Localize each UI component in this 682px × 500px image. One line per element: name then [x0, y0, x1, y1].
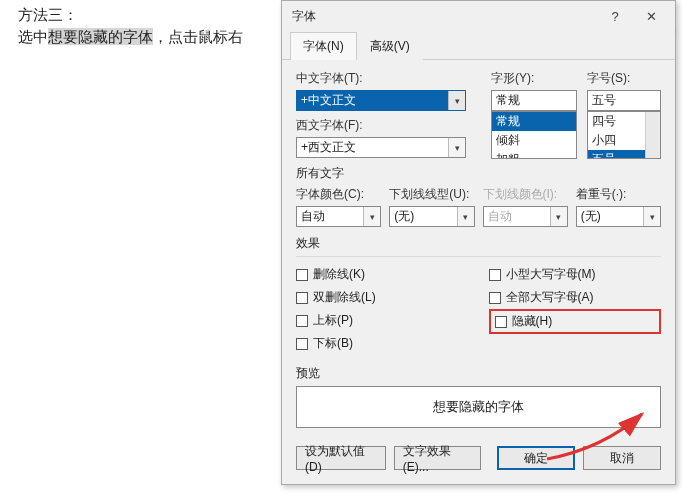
list-item[interactable]: 小四 [588, 131, 646, 150]
dialog-title: 字体 [292, 8, 597, 25]
chevron-down-icon: ▾ [550, 207, 567, 226]
preview-text: 想要隐藏的字体 [433, 398, 524, 416]
help-button[interactable]: ? [597, 3, 633, 29]
background-text: 方法三： 选中想要隐藏的字体，点击鼠标右 [18, 4, 243, 48]
chevron-down-icon: ▾ [363, 207, 380, 226]
checkbox-icon [495, 316, 507, 328]
font-dialog: 字体 ? ✕ 字体(N) 高级(V) 中文字体(T): +中文正文 ▾ 西文字体… [281, 0, 676, 485]
effects-label: 效果 [296, 235, 661, 252]
size-listbox[interactable]: 四号 小四 五号 [587, 111, 661, 159]
cancel-button[interactable]: 取消 [583, 446, 661, 470]
subscript-checkbox[interactable]: 下标(B) [296, 335, 469, 352]
close-button[interactable]: ✕ [633, 3, 669, 29]
smallcaps-checkbox[interactable]: 小型大写字母(M) [489, 266, 662, 283]
preview-box: 想要隐藏的字体 [296, 386, 661, 428]
hidden-checkbox[interactable]: 隐藏(H) [495, 313, 553, 330]
checkbox-icon [296, 292, 308, 304]
bg-line1: 方法三： [18, 4, 243, 26]
cjk-font-combo[interactable]: +中文正文 ▾ [296, 90, 466, 111]
double-strike-checkbox[interactable]: 双删除线(L) [296, 289, 469, 306]
tabstrip: 字体(N) 高级(V) [282, 31, 675, 60]
size-input[interactable]: 五号 [587, 90, 661, 111]
emphasis-label: 着重号(·): [576, 186, 661, 203]
tab-advanced[interactable]: 高级(V) [357, 32, 423, 60]
list-item[interactable]: 五号 [588, 150, 646, 159]
ok-button[interactable]: 确定 [497, 446, 575, 470]
checkbox-icon [296, 269, 308, 281]
allcaps-checkbox[interactable]: 全部大写字母(A) [489, 289, 662, 306]
list-item[interactable]: 倾斜 [492, 131, 576, 150]
titlebar: 字体 ? ✕ [282, 1, 675, 31]
style-listbox[interactable]: 常规 倾斜 加粗 [491, 111, 577, 159]
set-default-button[interactable]: 设为默认值(D) [296, 446, 386, 470]
style-input[interactable]: 常规 [491, 90, 577, 111]
underline-style-combo[interactable]: (无)▾ [389, 206, 474, 227]
strike-checkbox[interactable]: 删除线(K) [296, 266, 469, 283]
latin-font-label: 西文字体(F): [296, 117, 481, 134]
tab-font[interactable]: 字体(N) [290, 32, 357, 60]
bg-selected-text: 想要隐藏的字体 [48, 28, 153, 45]
checkbox-icon [296, 315, 308, 327]
latin-font-combo[interactable]: +西文正文 ▾ [296, 137, 466, 158]
chevron-down-icon: ▾ [448, 138, 465, 157]
checkbox-icon [489, 269, 501, 281]
dialog-body: 中文字体(T): +中文正文 ▾ 西文字体(F): +西文正文 ▾ 字形(Y):… [282, 60, 675, 436]
underline-color-label: 下划线颜色(I): [483, 186, 568, 203]
emphasis-combo[interactable]: (无)▾ [576, 206, 661, 227]
checkbox-icon [296, 338, 308, 350]
hidden-highlight: 隐藏(H) [489, 309, 662, 334]
text-effects-button[interactable]: 文字效果(E)... [394, 446, 481, 470]
font-color-label: 字体颜色(C): [296, 186, 381, 203]
cjk-font-label: 中文字体(T): [296, 70, 481, 87]
dialog-footer: 设为默认值(D) 文字效果(E)... 确定 取消 [282, 436, 675, 484]
list-item[interactable]: 常规 [492, 112, 576, 131]
checkbox-icon [489, 292, 501, 304]
bg-line2: 选中想要隐藏的字体，点击鼠标右 [18, 26, 243, 48]
alltext-label: 所有文字 [296, 165, 661, 182]
chevron-down-icon: ▾ [457, 207, 474, 226]
chevron-down-icon: ▾ [448, 91, 465, 110]
superscript-checkbox[interactable]: 上标(P) [296, 312, 469, 329]
list-item[interactable]: 四号 [588, 112, 646, 131]
style-label: 字形(Y): [491, 70, 577, 87]
preview-label: 预览 [296, 365, 661, 382]
size-label: 字号(S): [587, 70, 661, 87]
chevron-down-icon: ▾ [643, 207, 660, 226]
underline-color-combo: 自动▾ [483, 206, 568, 227]
font-color-combo[interactable]: 自动▾ [296, 206, 381, 227]
underline-style-label: 下划线线型(U): [389, 186, 474, 203]
list-item[interactable]: 加粗 [492, 150, 576, 159]
